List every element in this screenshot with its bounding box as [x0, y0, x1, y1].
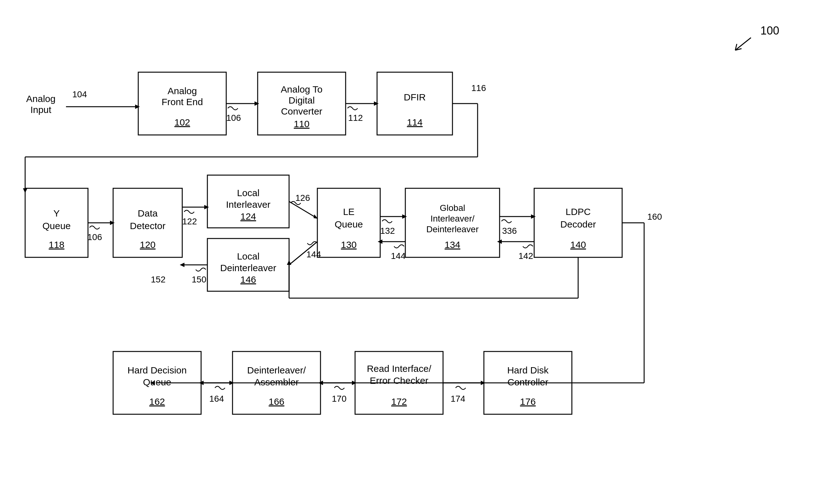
- svg-text:Digital: Digital: [288, 95, 314, 105]
- svg-text:Interleaver/: Interleaver/: [431, 214, 475, 223]
- svg-text:Interleaver: Interleaver: [226, 199, 271, 210]
- svg-text:140: 140: [570, 239, 586, 250]
- svg-text:106: 106: [226, 113, 241, 123]
- svg-text:DFIR: DFIR: [404, 92, 426, 102]
- svg-text:124: 124: [240, 211, 256, 222]
- svg-text:106: 106: [87, 232, 102, 242]
- svg-text:Data: Data: [138, 208, 158, 218]
- svg-text:Queue: Queue: [143, 377, 171, 387]
- svg-text:LDPC: LDPC: [566, 207, 591, 217]
- svg-text:162: 162: [149, 396, 165, 407]
- svg-text:Analog: Analog: [167, 86, 197, 96]
- svg-line-83: [289, 202, 314, 217]
- svg-text:152: 152: [151, 275, 165, 284]
- main-ref-100: 100: [761, 24, 779, 37]
- circuit-diagram: 100 Analog Front End 102 Analog To Digit…: [0, 0, 827, 504]
- svg-text:Read Interface/: Read Interface/: [367, 363, 431, 374]
- svg-text:102: 102: [175, 117, 190, 127]
- svg-text:Analog To: Analog To: [281, 84, 323, 95]
- svg-text:132: 132: [380, 226, 395, 236]
- svg-text:Local: Local: [237, 188, 259, 198]
- svg-text:Detector: Detector: [130, 221, 165, 231]
- svg-text:118: 118: [49, 239, 64, 250]
- svg-text:Converter: Converter: [281, 106, 323, 116]
- svg-text:134: 134: [445, 239, 460, 250]
- svg-text:Queue: Queue: [335, 219, 363, 229]
- svg-text:336: 336: [502, 226, 517, 236]
- svg-text:Global: Global: [440, 203, 465, 213]
- svg-text:104: 104: [72, 90, 87, 99]
- svg-text:176: 176: [520, 396, 536, 407]
- svg-text:144: 144: [306, 249, 321, 259]
- svg-text:Analog: Analog: [26, 94, 55, 104]
- svg-text:164: 164: [209, 394, 224, 404]
- svg-text:126: 126: [295, 193, 310, 203]
- svg-text:172: 172: [391, 396, 407, 407]
- svg-text:Input: Input: [31, 105, 52, 115]
- svg-text:160: 160: [647, 212, 662, 222]
- svg-text:110: 110: [294, 119, 309, 129]
- svg-text:122: 122: [182, 217, 197, 226]
- svg-text:Deinterleaver: Deinterleaver: [220, 263, 276, 273]
- svg-marker-102: [180, 263, 185, 267]
- svg-text:112: 112: [348, 113, 363, 123]
- svg-text:Front End: Front End: [161, 97, 203, 107]
- svg-text:Error Checker: Error Checker: [370, 375, 429, 386]
- svg-text:114: 114: [407, 117, 423, 127]
- svg-text:166: 166: [269, 396, 284, 407]
- svg-text:Local: Local: [237, 251, 259, 262]
- diagram-container: 100 Analog Front End 102 Analog To Digit…: [0, 0, 827, 504]
- svg-text:Assembler: Assembler: [254, 377, 299, 387]
- svg-text:120: 120: [140, 239, 155, 250]
- svg-text:170: 170: [332, 394, 347, 404]
- svg-text:144: 144: [391, 251, 406, 261]
- svg-text:Deinterleaver: Deinterleaver: [426, 224, 479, 234]
- svg-text:174: 174: [450, 394, 465, 404]
- svg-text:Controller: Controller: [507, 377, 548, 387]
- svg-text:Deinterleaver/: Deinterleaver/: [247, 365, 306, 375]
- svg-text:Queue: Queue: [42, 221, 71, 231]
- svg-text:130: 130: [341, 239, 357, 250]
- svg-text:116: 116: [471, 83, 486, 93]
- svg-text:Hard Decision: Hard Decision: [128, 365, 187, 375]
- svg-line-0: [735, 38, 751, 50]
- svg-text:Y: Y: [53, 208, 60, 218]
- svg-text:150: 150: [192, 275, 206, 284]
- svg-text:142: 142: [519, 251, 533, 261]
- svg-text:146: 146: [240, 274, 256, 285]
- svg-text:Decoder: Decoder: [560, 219, 596, 229]
- svg-text:Hard Disk: Hard Disk: [507, 365, 549, 375]
- svg-text:LE: LE: [343, 207, 355, 217]
